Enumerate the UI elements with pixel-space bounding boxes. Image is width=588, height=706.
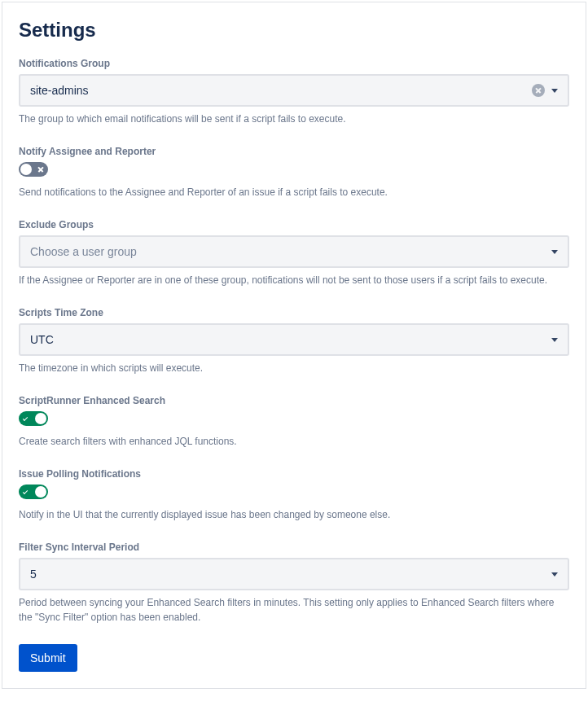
- settings-panel: Settings Notifications Group site-admins…: [2, 2, 586, 689]
- chevron-down-icon[interactable]: [551, 572, 558, 577]
- check-icon: [23, 489, 28, 494]
- chevron-down-icon[interactable]: [551, 250, 558, 254]
- enhanced-search-field: ScriptRunner Enhanced Search Create sear…: [19, 395, 569, 449]
- chevron-down-icon[interactable]: [551, 338, 558, 342]
- enhanced-search-help: Create search filters with enhanced JQL …: [19, 434, 569, 449]
- notifications-group-value: site-admins: [30, 84, 532, 97]
- chevron-down-icon[interactable]: [551, 89, 558, 93]
- issue-polling-help: Notify in the UI that the currently disp…: [19, 507, 569, 522]
- scripts-timezone-value: UTC: [30, 333, 551, 346]
- exclude-groups-label: Exclude Groups: [19, 219, 569, 230]
- notifications-group-label: Notifications Group: [19, 58, 569, 69]
- notify-assignee-label: Notify Assignee and Reporter: [19, 146, 569, 157]
- scripts-timezone-label: Scripts Time Zone: [19, 307, 569, 318]
- toggle-knob: [35, 413, 46, 424]
- notifications-group-field: Notifications Group site-admins The grou…: [19, 58, 569, 126]
- select-icons: [551, 572, 558, 577]
- issue-polling-toggle[interactable]: [19, 485, 48, 499]
- filter-sync-select[interactable]: 5: [19, 558, 569, 590]
- issue-polling-field: Issue Polling Notifications Notify in th…: [19, 468, 569, 522]
- filter-sync-label: Filter Sync Interval Period: [19, 542, 569, 553]
- filter-sync-value: 5: [30, 568, 551, 581]
- exclude-groups-field: Exclude Groups Choose a user group If th…: [19, 219, 569, 287]
- check-icon: [23, 416, 28, 421]
- clear-icon[interactable]: [532, 84, 545, 97]
- scripts-timezone-select[interactable]: UTC: [19, 323, 569, 356]
- select-icons: [532, 84, 558, 97]
- toggle-knob: [20, 164, 32, 175]
- notifications-group-help: The group to which email notifications w…: [19, 112, 569, 126]
- notifications-group-select[interactable]: site-admins: [19, 74, 569, 107]
- submit-button[interactable]: Submit: [19, 644, 77, 672]
- select-icons: [551, 250, 558, 254]
- filter-sync-help: Period between syncing your Enhanced Sea…: [19, 595, 569, 625]
- notify-assignee-field: Notify Assignee and Reporter Send notifi…: [19, 146, 569, 200]
- scripts-timezone-help: The timezone in which scripts will execu…: [19, 361, 569, 375]
- issue-polling-label: Issue Polling Notifications: [19, 468, 569, 480]
- notify-assignee-toggle[interactable]: [19, 162, 48, 177]
- enhanced-search-label: ScriptRunner Enhanced Search: [19, 395, 569, 406]
- page-title: Settings: [19, 19, 569, 42]
- exclude-groups-help: If the Assignee or Reporter are in one o…: [19, 273, 569, 287]
- x-icon: [37, 166, 44, 173]
- select-icons: [551, 338, 558, 342]
- exclude-groups-placeholder: Choose a user group: [30, 245, 551, 258]
- notify-assignee-help: Send notifications to the Assignee and R…: [19, 185, 569, 200]
- enhanced-search-toggle[interactable]: [19, 411, 48, 426]
- exclude-groups-select[interactable]: Choose a user group: [19, 235, 569, 268]
- scripts-timezone-field: Scripts Time Zone UTC The timezone in wh…: [19, 307, 569, 375]
- filter-sync-field: Filter Sync Interval Period 5 Period bet…: [19, 542, 569, 625]
- toggle-knob: [35, 486, 46, 498]
